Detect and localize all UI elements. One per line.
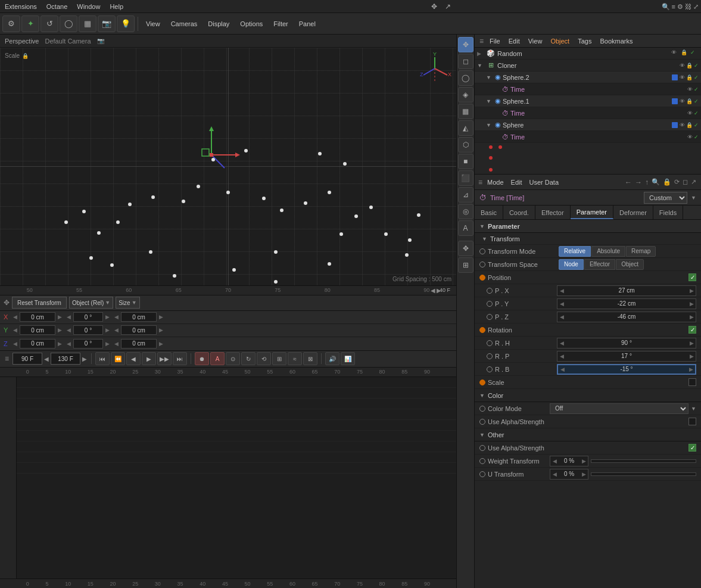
z-pos-input[interactable]: [20, 339, 55, 349]
z-scale-input[interactable]: [121, 339, 157, 349]
menu-options[interactable]: Options: [235, 19, 267, 29]
tool-camera[interactable]: 📷: [98, 15, 116, 32]
z-arrow-l3[interactable]: ◀: [114, 341, 119, 347]
custom-dropdown[interactable]: CustomDefaultAbsolute: [644, 192, 687, 204]
tree-item-sphere2[interactable]: ▼ ◉ Sphere.2 👁 🔒 ✓: [475, 71, 701, 83]
weight-arrow-r[interactable]: ▶: [580, 456, 588, 466]
tl-prev-frame[interactable]: ⏪: [111, 352, 125, 365]
color-mode-select[interactable]: Off: [550, 403, 688, 414]
transform-gizmo[interactable]: [200, 125, 247, 174]
tl-step-fwd[interactable]: ▶▶: [157, 352, 172, 365]
rp-arrow-l[interactable]: ◀: [557, 351, 566, 361]
space-effector-btn[interactable]: Effector: [584, 259, 615, 270]
tl-menu-icon[interactable]: ≡: [2, 354, 11, 363]
sphere2-vis-icon[interactable]: 👁: [680, 74, 685, 80]
scene-menu-view[interactable]: View: [525, 36, 546, 46]
link-icon[interactable]: ⛓: [685, 3, 691, 10]
ruler-prev[interactable]: ◀: [431, 287, 435, 294]
x-pos-input[interactable]: [20, 312, 55, 322]
sphere2-check-icon[interactable]: ✓: [694, 74, 699, 80]
other-alpha-dot[interactable]: [479, 445, 485, 451]
mode-absolute-btn[interactable]: Absolute: [591, 246, 625, 257]
py-input[interactable]: [566, 300, 687, 307]
tl-auto[interactable]: A: [210, 352, 225, 365]
y-arrow-r1[interactable]: ▶: [58, 327, 62, 333]
py-dot[interactable]: [487, 301, 493, 307]
vtool-hex[interactable]: ⬡: [458, 137, 473, 153]
menu-display[interactable]: Display: [203, 19, 234, 29]
px-arrow-r[interactable]: ▶: [687, 286, 696, 295]
rh-arrow-l[interactable]: ◀: [557, 338, 566, 348]
viewport-3d[interactable]: Scale 🔒 Y X Z: [0, 48, 456, 285]
maximize-icon[interactable]: ⤢: [693, 3, 699, 11]
tree-item-time2[interactable]: ⏱ Time 👁 ✓: [475, 107, 701, 119]
tl-audio[interactable]: 🔊: [325, 352, 339, 365]
tool-settings[interactable]: ⚙: [2, 15, 20, 32]
nav-square[interactable]: ◻: [681, 178, 689, 186]
tab-coord[interactable]: Coord.: [503, 206, 535, 219]
scene-menu-tags[interactable]: Tags: [574, 36, 595, 46]
random-lock-icon[interactable]: 🔒: [681, 49, 689, 58]
transform-mode-dot[interactable]: [479, 248, 485, 254]
list-icon[interactable]: ≡: [672, 3, 675, 10]
tl-prev-icon[interactable]: ◀: [43, 356, 49, 362]
vtool-extra2[interactable]: ⊞: [458, 257, 473, 273]
use-alpha-checkbox[interactable]: [688, 418, 696, 425]
menu-help[interactable]: Help: [105, 2, 128, 11]
other-alpha-checkbox[interactable]: ✓: [688, 444, 696, 452]
tree-item-time3[interactable]: ⏱ Time 👁 ✓: [475, 131, 701, 143]
z-arrow-l2[interactable]: ◀: [67, 341, 71, 347]
space-node-btn[interactable]: Node: [559, 259, 584, 270]
scale-checkbox[interactable]: [688, 378, 696, 386]
rb-dot[interactable]: [487, 366, 493, 372]
transform-space-dot[interactable]: [479, 262, 485, 267]
vtool-transform[interactable]: ✥: [458, 37, 473, 52]
py-arrow-l[interactable]: ◀: [557, 299, 566, 309]
sphere2-lock-icon[interactable]: 🔒: [686, 74, 693, 80]
arrow-icon[interactable]: ↗: [442, 1, 454, 12]
y-rot-input[interactable]: [73, 325, 103, 335]
mode-remap-btn[interactable]: Remap: [626, 246, 656, 257]
sphere1-check-icon[interactable]: ✓: [694, 98, 699, 104]
utransform-slider[interactable]: [591, 472, 696, 476]
tl-to-end[interactable]: ⏭: [173, 352, 187, 365]
z-arrow-r1[interactable]: ▶: [58, 341, 62, 347]
y-arrow-l2[interactable]: ◀: [67, 327, 71, 333]
tl-loop[interactable]: ↻: [241, 352, 256, 365]
time1-check-icon[interactable]: ✓: [694, 86, 699, 92]
tl-snap[interactable]: ⊙: [226, 352, 240, 365]
vtool-square[interactable]: ■: [458, 154, 473, 169]
x-arrow-r3[interactable]: ▶: [159, 314, 163, 320]
tree-item-random[interactable]: ▶ 🎲 Random 👁 🔒 ✓: [475, 48, 701, 60]
tl-record[interactable]: ⏺: [195, 352, 209, 365]
mode-relative-btn[interactable]: Relative: [559, 246, 591, 257]
menu-extensions[interactable]: Extensions: [0, 2, 42, 11]
x-arrow-l2[interactable]: ◀: [67, 314, 71, 320]
cloner-lock-icon[interactable]: 🔒: [686, 63, 693, 69]
tool-light[interactable]: 💡: [117, 15, 135, 32]
random-vis-icon[interactable]: 👁: [671, 49, 680, 58]
tab-fields[interactable]: Fields: [653, 206, 683, 219]
tab-basic[interactable]: Basic: [475, 206, 503, 219]
ruler-next[interactable]: ▶: [437, 287, 441, 294]
vtool-grid[interactable]: ▦: [458, 104, 473, 119]
position-dot[interactable]: [479, 275, 485, 281]
weight-arrow-l[interactable]: ◀: [550, 456, 559, 466]
tree-item-sphere1[interactable]: ▼ ◉ Sphere.1 👁 🔒 ✓: [475, 95, 701, 107]
use-alpha-dot[interactable]: [479, 419, 485, 425]
x-arrow-l[interactable]: ◀: [13, 314, 17, 320]
y-arrow-r2[interactable]: ▶: [105, 327, 110, 333]
time2-check-icon[interactable]: ✓: [694, 110, 699, 116]
z-arrow-r3[interactable]: ▶: [159, 341, 163, 347]
py-arrow-r[interactable]: ▶: [687, 299, 696, 309]
scene-menu-bookmarks[interactable]: Bookmarks: [596, 36, 636, 46]
tree-item-sphere[interactable]: ▼ ◉ Sphere 👁 🔒 ✓: [475, 119, 701, 131]
tool-snap[interactable]: ✦: [21, 15, 39, 32]
x-rot-input[interactable]: [73, 312, 103, 322]
nav-reset[interactable]: ⟳: [673, 178, 681, 186]
time2-vis-icon[interactable]: 👁: [687, 110, 693, 116]
sphere-vis-icon[interactable]: 👁: [680, 122, 685, 128]
tool-rotate[interactable]: ↺: [40, 15, 58, 32]
tool-grid[interactable]: ▦: [79, 15, 96, 32]
random-check-icon[interactable]: ✓: [690, 49, 699, 58]
